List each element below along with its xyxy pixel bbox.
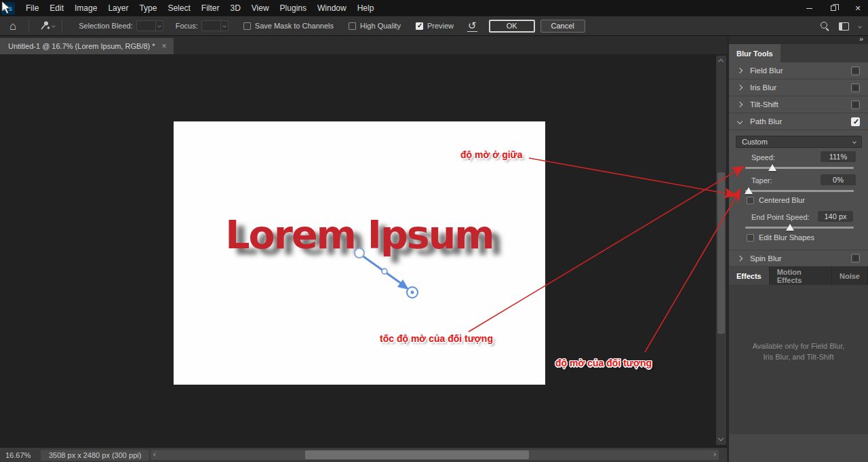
end-point-speed-slider-thumb[interactable] <box>786 224 794 231</box>
expand-panel-icon[interactable]: » <box>859 35 863 43</box>
section-spin-blur[interactable]: Spin Blur <box>729 250 868 267</box>
selection-bleed-input[interactable] <box>136 20 163 31</box>
path-blur-checkbox[interactable] <box>851 117 860 126</box>
scroll-down-icon[interactable] <box>718 436 724 441</box>
artwork-text: Lorem Ipsum <box>174 212 545 257</box>
tab-motion-effects[interactable]: Motion Effects <box>770 267 832 285</box>
chevron-down-icon[interactable] <box>155 21 163 31</box>
vertical-scrollbar-thumb[interactable] <box>717 172 725 334</box>
slider-track[interactable] <box>745 167 854 169</box>
scroll-up-icon[interactable] <box>718 59 724 64</box>
preview-label: Preview <box>427 22 454 30</box>
document-tab-title: Untitled-1 @ 16.7% (Lorem Ipsum, RGB/8) … <box>8 42 155 50</box>
section-path-blur[interactable]: Path Blur <box>729 113 868 130</box>
tab-effects[interactable]: Effects <box>729 267 770 285</box>
scroll-right-icon[interactable] <box>712 453 716 457</box>
tool-preset-chevron-icon[interactable] <box>52 24 56 28</box>
chevron-right-icon[interactable] <box>737 68 743 73</box>
canvas-area[interactable]: Lorem Ipsum <box>0 54 727 448</box>
photoshop-window: Ps File Edit Image Layer Type Select Fil… <box>0 0 868 462</box>
mouse-cursor-icon <box>1 1 12 15</box>
chevron-right-icon[interactable] <box>737 255 743 261</box>
workspace-switcher-icon[interactable] <box>839 22 849 31</box>
high-quality-checkbox-group[interactable]: High Quality <box>349 22 401 30</box>
chevron-down-icon[interactable] <box>220 21 228 31</box>
ok-button[interactable]: OK <box>489 20 535 33</box>
edit-blur-shapes-checkbox[interactable] <box>747 234 754 242</box>
preview-checkbox[interactable] <box>416 22 423 30</box>
edit-blur-shapes-checkbox-group[interactable]: Edit Blur Shapes <box>747 233 814 242</box>
section-label: Field Blur <box>750 66 851 75</box>
chevron-right-icon[interactable] <box>737 102 743 107</box>
section-field-blur[interactable]: Field Blur <box>729 62 868 79</box>
menu-window[interactable]: Window <box>312 1 352 16</box>
end-point-speed-slider[interactable] <box>745 224 854 231</box>
section-tilt-shift[interactable]: Tilt-Shift <box>729 96 868 113</box>
menu-layer[interactable]: Layer <box>102 1 134 16</box>
blur-tools-tab[interactable]: Blur Tools <box>729 44 781 62</box>
blur-pin-tool-icon[interactable] <box>39 20 51 32</box>
horizontal-scrollbar[interactable] <box>151 450 719 460</box>
centered-blur-checkbox[interactable] <box>747 197 754 204</box>
chevron-down-icon[interactable] <box>737 119 743 124</box>
menu-image[interactable]: Image <box>69 1 102 16</box>
cancel-button[interactable]: Cancel <box>540 20 585 33</box>
speed-value[interactable]: 111% <box>821 151 856 162</box>
chevron-down-icon <box>852 140 856 144</box>
spin-blur-checkbox[interactable] <box>851 254 860 263</box>
taper-value[interactable]: 0% <box>821 174 856 185</box>
centered-blur-checkbox-group[interactable]: Centered Blur <box>747 196 805 204</box>
scroll-left-icon[interactable] <box>153 453 157 457</box>
end-point-speed-label: End Point Speed: <box>751 213 810 221</box>
menu-file[interactable]: File <box>20 1 44 16</box>
field-blur-checkbox[interactable] <box>851 66 860 75</box>
vertical-scrollbar[interactable] <box>716 56 726 445</box>
close-icon[interactable]: ✕ <box>853 3 863 13</box>
menu-filter[interactable]: Filter <box>196 1 225 16</box>
taper-slider[interactable] <box>745 187 854 194</box>
restore-icon[interactable] <box>829 3 838 13</box>
menu-3d[interactable]: 3D <box>224 1 245 16</box>
chevron-right-icon[interactable] <box>737 85 743 90</box>
focus-input[interactable] <box>201 20 229 31</box>
menu-select[interactable]: Select <box>162 1 195 16</box>
menu-view[interactable]: View <box>246 1 275 16</box>
speed-slider-thumb[interactable] <box>768 164 776 171</box>
document-tab-close-icon[interactable]: × <box>162 41 167 51</box>
focus-label: Focus: <box>176 22 198 30</box>
document-tab[interactable]: Untitled-1 @ 16.7% (Lorem Ipsum, RGB/8) … <box>0 38 174 54</box>
tilt-shift-checkbox[interactable] <box>851 100 860 109</box>
menu-help[interactable]: Help <box>352 1 380 16</box>
horizontal-scrollbar-thumb[interactable] <box>305 450 529 459</box>
zoom-level[interactable]: 16.67% <box>5 451 37 459</box>
save-mask-checkbox[interactable] <box>243 22 251 30</box>
search-icon[interactable] <box>821 22 829 31</box>
home-icon[interactable]: ⌂ <box>9 20 16 32</box>
section-iris-blur[interactable]: Iris Blur <box>729 79 868 96</box>
document-canvas[interactable]: Lorem Ipsum <box>174 121 545 385</box>
panel-header-strip: » <box>729 36 868 44</box>
status-bar: 16.67% 3508 px x 2480 px (300 ppi) <box>0 448 727 462</box>
minimize-icon[interactable] <box>804 3 814 13</box>
preview-checkbox-group[interactable]: Preview <box>416 22 454 30</box>
menu-bar: File Edit Image Layer Type Select Filter… <box>20 1 379 16</box>
taper-slider-thumb[interactable] <box>745 187 753 194</box>
workspace-chevron-icon[interactable] <box>858 24 862 28</box>
document-tab-bar: Untitled-1 @ 16.7% (Lorem Ipsum, RGB/8) … <box>0 36 727 54</box>
document-info[interactable]: 3508 px x 2480 px (300 ppi) <box>41 450 149 461</box>
tab-noise[interactable]: Noise <box>832 267 868 285</box>
path-blur-preset-select[interactable]: Custom <box>736 136 862 148</box>
high-quality-checkbox[interactable] <box>349 22 356 30</box>
slider-track[interactable] <box>745 190 854 192</box>
end-point-speed-value[interactable]: 140 px <box>818 211 853 222</box>
path-blur-controls: Custom Speed: 111% Taper: 0% Centered Bl… <box>729 130 868 250</box>
menu-plugins[interactable]: Plugins <box>275 1 312 16</box>
slider-track[interactable] <box>745 227 854 229</box>
menu-edit[interactable]: Edit <box>44 1 69 16</box>
menu-type[interactable]: Type <box>134 1 162 16</box>
save-mask-checkbox-group[interactable]: Save Mask to Channels <box>243 22 334 30</box>
iris-blur-checkbox[interactable] <box>851 83 860 92</box>
speed-slider[interactable] <box>745 164 854 171</box>
section-label: Iris Blur <box>750 83 851 92</box>
reset-icon[interactable]: ↺ <box>467 20 477 32</box>
